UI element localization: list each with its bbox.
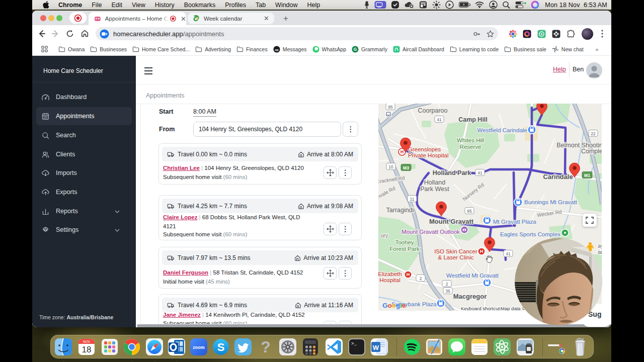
svg-text:41: 41 [477,170,482,175]
svg-text:Camp Hill: Camp Hill [458,116,488,123]
svg-text:2: 2 [446,282,448,287]
svg-text:& Laser Clinic: & Laser Clinic [438,254,474,260]
svg-text:22: 22 [591,131,596,136]
svg-text:Mount Gravatt Outlook: Mount Gravatt Outlook [401,229,460,235]
svg-text:Mount Gravatt: Mount Gravatt [429,218,474,225]
svg-text:ury: ury [381,233,388,238]
svg-text:up: up [275,47,279,51]
svg-text:H: H [400,149,404,154]
svg-text:Park West: Park West [420,186,449,193]
svg-text:G: G [354,47,357,52]
svg-text:Forest Park: Forest Park [389,246,420,252]
svg-text:ISO Skin Cancer: ISO Skin Cancer [434,248,477,254]
svg-text:2: 2 [420,276,422,281]
svg-text:Keyboard shortcuts: Keyboard shortcuts [461,306,502,311]
svg-text:Eagles Sports Complex: Eagles Sports Complex [500,231,560,237]
svg-text:95: 95 [388,105,393,110]
svg-text:?: ? [261,338,271,356]
svg-text:W: W [373,344,379,351]
svg-text:Holland Park: Holland Park [433,169,471,176]
svg-text:Google: Google [382,302,406,309]
svg-text:Reserve: Reserve [460,144,481,150]
svg-text:M1: M1 [584,173,590,178]
svg-text:S: S [217,341,225,353]
svg-text:95: 95 [467,209,472,214]
svg-text:Coorparoo: Coorparoo [418,107,447,114]
svg-text:NOV: NOV [83,340,91,343]
svg-text:Comple: Comple [581,148,602,155]
svg-text:36: 36 [445,289,450,294]
svg-text:11: 11 [410,197,415,202]
svg-text:Bunnings Mt Gravatt: Bunnings Mt Gravatt [524,199,578,205]
svg-text:Elizabeth: Elizabeth [378,271,402,277]
svg-text:Toohey: Toohey [395,239,414,245]
svg-text:Macgregor: Macgregor [453,293,487,300]
svg-text:Holland: Holland [424,179,445,186]
svg-text:ay: ay [598,243,602,249]
svg-text:>_: >_ [351,341,357,346]
svg-text:Carindale: Carindale [543,173,573,180]
svg-text:Westfield Carindale: Westfield Carindale [477,127,527,133]
svg-text:Greenslopes: Greenslopes [408,146,441,152]
svg-text:18: 18 [82,345,92,354]
svg-text:41: 41 [506,251,511,256]
svg-text:Private Hospital: Private Hospital [408,152,449,158]
svg-text:Westfield Mt Gravatt: Westfield Mt Gravatt [446,273,499,279]
svg-text:zoom: zoom [193,345,205,350]
svg-text:10: 10 [388,164,393,169]
svg-text:Whites Hill: Whites Hill [457,137,484,143]
svg-text:M3: M3 [403,165,409,170]
svg-text:Tarragindi: Tarragindi [386,207,414,214]
svg-text:41: 41 [437,117,442,122]
svg-text:Mt Gravatt Plaza: Mt Gravatt Plaza [493,219,536,225]
svg-text:ar: ar [598,249,602,255]
svg-text:Hospital: Hospital [379,277,400,283]
